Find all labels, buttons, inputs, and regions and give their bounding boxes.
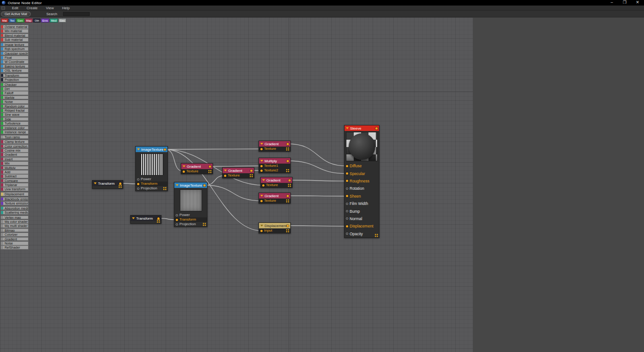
input-port-projection[interactable]: Projection bbox=[174, 222, 207, 227]
filter-mat[interactable]: Mat bbox=[1, 18, 8, 23]
sidebar-item[interactable]: Vertex map bbox=[0, 216, 29, 220]
menu-help[interactable]: Help bbox=[58, 6, 74, 10]
input-port-dot[interactable] bbox=[260, 200, 263, 202]
input-port-dot[interactable] bbox=[183, 170, 185, 173]
sidebar-item[interactable]: Gaussian spectrum bbox=[0, 51, 29, 56]
node-t1[interactable]: Transform bbox=[92, 180, 123, 189]
sidebar-item[interactable]: Displacement bbox=[0, 192, 29, 196]
output-port-dot[interactable] bbox=[375, 127, 378, 130]
node-it1[interactable]: ImageTexturePowerTransformProjection bbox=[135, 146, 168, 191]
output-port-dot[interactable] bbox=[287, 143, 289, 145]
sidebar-item[interactable]: Multiply bbox=[0, 166, 29, 170]
filter-map[interactable]: Map bbox=[25, 18, 33, 23]
input-port-dot[interactable] bbox=[176, 219, 178, 221]
node-header[interactable]: Displacement bbox=[259, 223, 290, 228]
output-port-dot[interactable] bbox=[119, 182, 121, 185]
sidebar-item[interactable]: Random color bbox=[0, 104, 29, 108]
output-port-dot[interactable] bbox=[287, 195, 289, 197]
sidebar-item[interactable]: Noise bbox=[0, 100, 29, 104]
sidebar-item[interactable]: Octane material bbox=[0, 25, 29, 29]
input-port-texture1[interactable]: Texture1 bbox=[259, 164, 290, 168]
sidebar-item[interactable]: Mg multi shader bbox=[0, 224, 29, 228]
node-header[interactable]: ImageTexture bbox=[136, 147, 167, 152]
input-port-sheen[interactable]: Sheen bbox=[345, 193, 379, 200]
node-disp[interactable]: DisplacementInput bbox=[259, 222, 291, 233]
sidebar-item[interactable]: Mix material bbox=[0, 29, 29, 33]
collapse-triangle-icon[interactable] bbox=[260, 143, 263, 145]
input-port-transform[interactable]: Transform bbox=[174, 217, 207, 222]
output-port-dot[interactable] bbox=[288, 179, 291, 182]
collapse-triangle-icon[interactable] bbox=[260, 160, 263, 162]
sidebar-item[interactable]: Colorizer bbox=[0, 233, 29, 237]
sidebar-item[interactable]: Checker bbox=[0, 83, 29, 87]
input-port-dot[interactable] bbox=[346, 165, 348, 167]
input-port-texture[interactable]: Texture bbox=[259, 199, 290, 203]
input-port-displacement[interactable]: Displacement bbox=[345, 222, 379, 230]
sidebar-item[interactable]: Baking texture bbox=[0, 64, 29, 68]
node-mul[interactable]: MultiplyTexture1Texture2 bbox=[259, 158, 291, 173]
output-port-dot[interactable] bbox=[209, 165, 211, 168]
sidebar-item[interactable]: Triplanar bbox=[0, 183, 29, 187]
input-port-dot[interactable] bbox=[346, 233, 348, 235]
input-port-input[interactable]: Input bbox=[259, 228, 290, 233]
sidebar-item[interactable]: Mg color shader bbox=[0, 220, 29, 224]
node-t2[interactable]: Transform bbox=[130, 215, 161, 224]
input-port-dot[interactable] bbox=[346, 225, 348, 227]
input-port-specular[interactable]: Specular bbox=[345, 170, 379, 177]
input-port-dot[interactable] bbox=[262, 184, 264, 187]
sidebar-item[interactable]: Gradient bbox=[0, 237, 29, 241]
output-port-dot[interactable] bbox=[250, 170, 253, 172]
sidebar-item[interactable]: Absorption medium bbox=[0, 206, 29, 210]
input-port-opacity[interactable]: Opacity bbox=[345, 230, 379, 238]
input-port-dot[interactable] bbox=[346, 217, 348, 220]
input-port-texture[interactable]: Texture bbox=[181, 169, 213, 174]
node-header[interactable]: ImageTexture bbox=[174, 182, 207, 188]
node-g1[interactable]: GradientTexture bbox=[259, 141, 291, 152]
expand-grid-icon[interactable] bbox=[286, 148, 289, 151]
input-port-dot[interactable] bbox=[137, 187, 139, 190]
collapse-triangle-icon[interactable] bbox=[260, 195, 263, 197]
collapse-triangle-icon[interactable] bbox=[262, 179, 265, 181]
input-port-dot[interactable] bbox=[346, 210, 348, 212]
sidebar-item[interactable]: Mix bbox=[0, 161, 29, 165]
collapse-triangle-icon[interactable] bbox=[346, 127, 349, 129]
sidebar-item[interactable]: Color correction bbox=[0, 144, 29, 148]
minimize-button[interactable]: – bbox=[605, 0, 618, 6]
sidebar-item[interactable]: Instance color bbox=[0, 126, 29, 130]
filter-ems[interactable]: Ems bbox=[41, 18, 49, 23]
input-port-projection[interactable]: Projection bbox=[136, 186, 167, 191]
output-port-dot[interactable] bbox=[157, 217, 160, 220]
sidebar-item[interactable]: Projection bbox=[0, 78, 29, 82]
sidebar-item[interactable]: Bitmap bbox=[0, 228, 29, 233]
input-port-dot[interactable] bbox=[137, 178, 139, 181]
sidebar-item[interactable]: Ridged fractal bbox=[0, 108, 29, 113]
filter-oth[interactable]: Oth bbox=[33, 18, 40, 23]
close-button[interactable]: ✕ bbox=[631, 0, 644, 6]
node-header[interactable]: Sleeve bbox=[345, 125, 379, 131]
output-port-dot[interactable] bbox=[164, 148, 166, 151]
input-port-dot[interactable] bbox=[176, 223, 178, 226]
sidebar-item[interactable]: Sine wave bbox=[0, 113, 29, 117]
menu-view[interactable]: View bbox=[42, 6, 58, 10]
sidebar-item[interactable]: Subtract bbox=[0, 174, 29, 178]
node-it2[interactable]: ImageTexturePowerTransformProjection bbox=[174, 182, 207, 227]
input-port-dot[interactable] bbox=[346, 172, 348, 175]
sidebar-item[interactable]: OSL texture bbox=[0, 68, 29, 73]
input-port-power[interactable]: Power bbox=[174, 213, 207, 217]
sidebar-item[interactable]: Float bbox=[0, 56, 29, 60]
sidebar-item[interactable]: Invert bbox=[0, 157, 29, 161]
input-port-power[interactable]: Power bbox=[136, 177, 167, 182]
sidebar-item[interactable]: Marble bbox=[0, 96, 29, 100]
filter-tex[interactable]: Tex bbox=[9, 18, 16, 23]
input-port-texture[interactable]: Texture bbox=[261, 183, 292, 187]
sidebar-item[interactable]: Blend material bbox=[0, 34, 29, 38]
get-active-mat-button[interactable]: Get Active Mat bbox=[1, 11, 31, 17]
output-port-dot[interactable] bbox=[287, 160, 289, 162]
input-port-dot[interactable] bbox=[346, 203, 348, 205]
sidebar-item[interactable]: Noise bbox=[0, 241, 29, 245]
node-sleeve[interactable]: SleeveDiffuseSpecularRoughnessRotationSh… bbox=[344, 125, 380, 238]
input-port-diffuse[interactable]: Diffuse bbox=[345, 162, 379, 170]
input-port-rotation[interactable]: Rotation bbox=[345, 185, 379, 192]
expand-grid-icon[interactable] bbox=[157, 220, 160, 223]
input-port-bump[interactable]: Bump bbox=[345, 207, 379, 215]
